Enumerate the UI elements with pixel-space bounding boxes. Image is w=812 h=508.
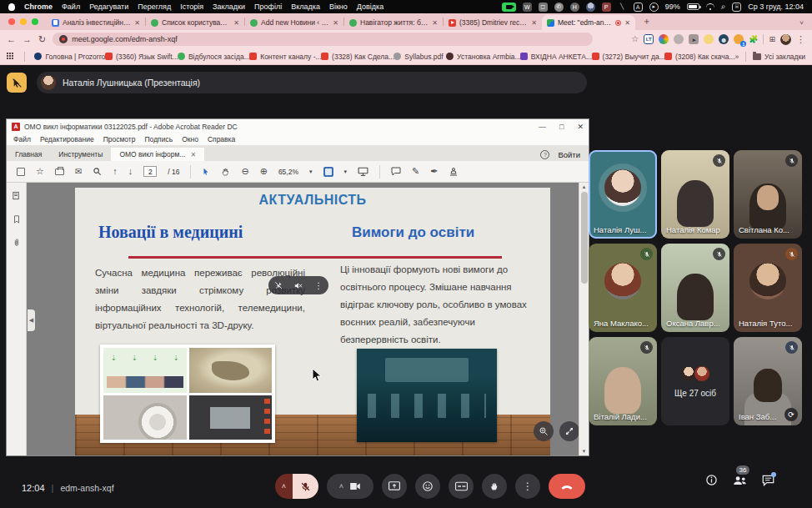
attachments-icon[interactable]: [13, 238, 21, 248]
pdf-scrollbar[interactable]: ▲ ▼: [579, 183, 589, 455]
close-window-button[interactable]: [8, 18, 15, 25]
raise-hand-button[interactable]: [482, 474, 507, 499]
participant-tile-6[interactable]: Наталія Туто...: [734, 244, 802, 332]
profile-avatar[interactable]: [780, 34, 791, 45]
acrobat-titlebar[interactable]: A ОМО викл інформатики 03122025.pdf - Ad…: [7, 119, 589, 133]
captions-button[interactable]: [449, 474, 474, 499]
menubar-item-history[interactable]: Історія: [180, 3, 203, 11]
menubar-item-help[interactable]: Довідка: [357, 3, 383, 11]
window-controls[interactable]: [0, 18, 47, 30]
tab-close-icon[interactable]: ✕: [624, 19, 630, 27]
share-overlay-controls[interactable]: ⋮: [268, 276, 328, 294]
presentation-icon[interactable]: [358, 167, 368, 176]
camera-button[interactable]: ˄: [327, 474, 373, 499]
address-bar[interactable]: meet.google.com/edm-ansh-xqf: [53, 33, 593, 46]
bookmarks-overflow-icon[interactable]: »: [734, 53, 739, 61]
browser-tab-1[interactable]: Список користувачів | Обл ✕: [146, 15, 244, 30]
extensions-puzzle-icon[interactable]: 🧩: [749, 36, 758, 43]
apps-grid-icon[interactable]: [7, 53, 14, 61]
new-tab-button[interactable]: ＋: [635, 15, 658, 30]
tab-tools[interactable]: Инструменты: [50, 148, 111, 161]
languagetool-extension-icon[interactable]: LT: [644, 34, 654, 44]
menubar-item-view[interactable]: Перегляд: [138, 3, 171, 11]
help-icon[interactable]: ?: [540, 150, 549, 159]
control-center-icon[interactable]: ⌸: [732, 3, 741, 12]
viber-app-icon[interactable]: ✆: [554, 3, 564, 12]
bookmark-7[interactable]: ВХІДНА АНКЕТА...: [520, 53, 582, 61]
tab-document[interactable]: ОМО викл інформ... ✕: [111, 148, 204, 161]
sidebar-collapse-icon[interactable]: ◀: [28, 309, 35, 331]
bookmark-3[interactable]: Контент каналу -...: [249, 53, 311, 61]
email-icon[interactable]: ✉: [75, 168, 82, 176]
apple-icon[interactable]: [8, 3, 15, 11]
bookmark-4[interactable]: (3328) Как Сдела...: [321, 53, 383, 61]
tab-close-icon[interactable]: ✕: [531, 19, 537, 27]
menubar-item-bookmarks[interactable]: Закладки: [213, 3, 245, 11]
bookmark-1[interactable]: (3360) Язык Swift...: [105, 53, 168, 61]
menubar-clock[interactable]: Ср 3 груд. 12:04: [748, 3, 804, 11]
browser-tab-3[interactable]: Навігатор життя: безпека, ✕: [344, 15, 443, 30]
comment-icon[interactable]: [391, 167, 401, 176]
screen-recording-icon[interactable]: [502, 3, 516, 12]
side-panel-icon[interactable]: ⊞: [769, 36, 775, 43]
bookmark-2[interactable]: Відбулося засіда...: [178, 53, 239, 61]
reactions-button[interactable]: [415, 474, 440, 499]
scroll-up-icon[interactable]: ▲: [582, 184, 587, 189]
h-app-icon[interactable]: H: [570, 3, 579, 12]
pdf-app-icon[interactable]: P: [602, 3, 611, 12]
reload-button[interactable]: ↻: [38, 35, 46, 44]
chat-button[interactable]: [762, 475, 774, 486]
menubar-item-file[interactable]: Файл: [62, 3, 80, 11]
zoom-dropdown-icon[interactable]: ▾: [309, 168, 313, 174]
mic-button[interactable]: ˄: [275, 474, 318, 499]
pen-icon[interactable]: ╲: [618, 3, 627, 12]
tab-close-icon[interactable]: ✕: [190, 151, 196, 158]
page-number-input[interactable]: 2: [143, 166, 157, 177]
people-button[interactable]: 36: [733, 475, 747, 485]
search-icon[interactable]: [93, 167, 102, 176]
browser-tab-4[interactable]: (3385) Dmitriev received an ✕: [444, 15, 542, 30]
previous-page-icon[interactable]: ↑: [113, 167, 118, 176]
menu-edit[interactable]: Редактирование: [40, 135, 94, 143]
moon-extension-icon[interactable]: [704, 34, 714, 44]
minimize-window-button[interactable]: [20, 18, 27, 25]
end-call-button[interactable]: [549, 474, 585, 499]
zoom-in-icon[interactable]: ⊕: [260, 167, 268, 176]
participant-tile-7[interactable]: Віталій Лади...: [589, 337, 657, 425]
zoom-out-icon[interactable]: ⊖: [241, 167, 248, 176]
more-participants-tile[interactable]: Ще 27 осіб: [661, 337, 729, 425]
highlight-icon[interactable]: ✎: [412, 167, 419, 176]
window-maximize-button[interactable]: □: [559, 123, 564, 131]
bookmarks-panel-icon[interactable]: [13, 214, 21, 224]
pin-off-icon[interactable]: [274, 281, 283, 289]
browser-tab-2[interactable]: Add new Новини ‹ ВСП "Ох ✕: [245, 15, 343, 30]
spotlight-icon[interactable]: ⌕: [721, 2, 726, 12]
window-close-button[interactable]: ✕: [577, 123, 584, 131]
browser-tab-meet-active[interactable]: Meet: "edm-ansh-xqf" ✕: [542, 15, 635, 30]
tab-search-chevron-icon[interactable]: ˅: [791, 19, 812, 30]
browser-tab-0[interactable]: Аналіз інвестиційного порт ✕: [47, 15, 145, 30]
volume-off-icon[interactable]: [293, 281, 303, 290]
back-button[interactable]: ←: [7, 35, 16, 44]
contact-avatar-icon[interactable]: [586, 3, 595, 12]
forward-button[interactable]: →: [23, 35, 32, 44]
bookmark-0[interactable]: Головна | Prozorro: [34, 53, 95, 61]
play-icon[interactable]: ▸: [649, 3, 659, 12]
bookmark-8[interactable]: (3272) Выучит да...: [592, 53, 654, 61]
tab-close-icon[interactable]: ✕: [432, 19, 438, 27]
select-tool-icon[interactable]: [202, 167, 210, 177]
pointer-extension-icon[interactable]: ➤: [689, 34, 699, 44]
bookmark-star-icon[interactable]: ☆: [631, 35, 639, 43]
more-options-icon[interactable]: ⋮: [314, 281, 323, 290]
participant-tile-9[interactable]: ⟳ Іван Заб...: [734, 337, 802, 425]
camera-options-chevron-icon[interactable]: ˄: [339, 482, 343, 490]
star-icon[interactable]: ☆: [36, 167, 44, 176]
pdf-content-area[interactable]: ◀ АКТУАЛЬНІСТЬ Новації в медицині Вимоги…: [7, 183, 589, 455]
next-page-icon[interactable]: ↓: [128, 167, 133, 176]
all-bookmarks-button[interactable]: Усі закладки: [753, 53, 805, 61]
tab-close-icon[interactable]: ✕: [134, 19, 140, 27]
dropbox-app-icon[interactable]: ◻: [539, 3, 548, 12]
window-minimize-button[interactable]: —: [539, 123, 546, 131]
dark-extension-icon[interactable]: ◍: [719, 34, 729, 44]
page-view-dropdown-icon[interactable]: ▾: [344, 168, 348, 174]
